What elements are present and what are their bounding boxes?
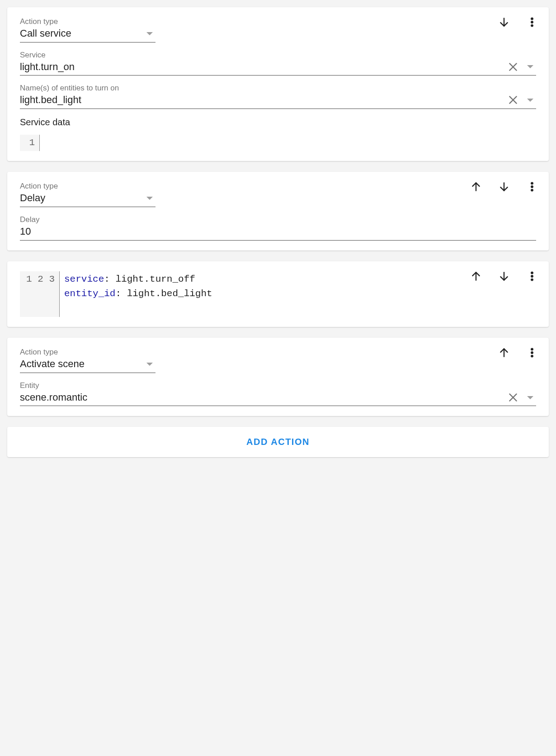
entity-field: Entity scene.romantic xyxy=(20,381,536,406)
close-icon xyxy=(507,94,519,106)
service-data-editor[interactable]: 1 xyxy=(20,135,536,151)
more-options-button[interactable] xyxy=(525,269,539,283)
action-type-field: Action type Delay xyxy=(20,182,536,207)
svg-point-21 xyxy=(531,355,533,357)
more-options-button[interactable] xyxy=(525,180,539,194)
svg-point-16 xyxy=(531,275,533,277)
service-data-label: Service data xyxy=(20,117,536,128)
dots-vertical-icon xyxy=(526,347,538,359)
chevron-down-icon xyxy=(524,61,536,73)
service-field: Service light.turn_on xyxy=(20,51,536,76)
service-value: light.turn_on xyxy=(20,61,507,74)
move-up-button[interactable] xyxy=(469,269,483,283)
dots-vertical-icon xyxy=(526,16,538,28)
delay-field: Delay 10 xyxy=(20,215,536,241)
entities-value: light.bed_light xyxy=(20,94,507,107)
code-body xyxy=(40,135,49,151)
action-type-field: Action type Activate scene xyxy=(20,348,536,373)
action-type-value: Delay xyxy=(20,192,138,205)
move-up-button[interactable] xyxy=(469,180,483,194)
chevron-down-icon xyxy=(144,28,155,39)
move-up-button[interactable] xyxy=(497,346,511,359)
arrow-up-icon xyxy=(498,347,510,359)
entities-label: Name(s) of entities to turn on xyxy=(20,84,536,93)
action-type-select[interactable]: Call service xyxy=(20,27,155,43)
arrow-up-icon xyxy=(470,181,482,193)
action-card-call-service: Action type Call service Service light.t… xyxy=(7,7,549,161)
arrow-down-icon xyxy=(498,181,510,193)
svg-point-1 xyxy=(531,18,533,20)
more-options-button[interactable] xyxy=(525,346,539,359)
clear-button[interactable] xyxy=(507,392,519,403)
service-label: Service xyxy=(20,51,536,60)
arrow-up-icon xyxy=(470,270,482,282)
close-icon xyxy=(507,392,519,403)
chevron-down-icon xyxy=(144,358,155,370)
code-gutter: 1 2 3 xyxy=(20,271,60,317)
service-input[interactable]: light.turn_on xyxy=(20,61,536,76)
svg-point-2 xyxy=(531,21,533,24)
svg-point-3 xyxy=(531,24,533,27)
entities-field: Name(s) of entities to turn on light.bed… xyxy=(20,84,536,109)
code-gutter: 1 xyxy=(20,135,40,151)
add-action-button[interactable]: ADD ACTION xyxy=(7,427,549,457)
action-type-value: Call service xyxy=(20,27,138,40)
action-card-activate-scene: Action type Activate scene Entity scene.… xyxy=(7,338,549,416)
yaml-editor[interactable]: 1 2 3 service: light.turn_off entity_id:… xyxy=(20,271,273,317)
move-down-button[interactable] xyxy=(497,269,511,283)
dots-vertical-icon xyxy=(526,270,538,282)
svg-point-15 xyxy=(531,272,533,274)
svg-point-11 xyxy=(531,186,533,188)
svg-point-20 xyxy=(531,352,533,354)
move-down-button[interactable] xyxy=(497,180,511,194)
action-type-select[interactable]: Delay xyxy=(20,192,155,207)
arrow-down-icon xyxy=(498,270,510,282)
action-type-label: Action type xyxy=(20,17,536,26)
move-down-button[interactable] xyxy=(497,15,511,29)
svg-point-12 xyxy=(531,189,533,192)
delay-label: Delay xyxy=(20,215,536,224)
action-type-value: Activate scene xyxy=(20,358,138,371)
action-type-label: Action type xyxy=(20,348,536,357)
action-type-select[interactable]: Activate scene xyxy=(20,358,155,373)
action-type-field: Action type Call service xyxy=(20,17,536,43)
entity-input[interactable]: scene.romantic xyxy=(20,391,536,406)
clear-button[interactable] xyxy=(507,61,519,73)
clear-button[interactable] xyxy=(507,94,519,106)
action-type-label: Action type xyxy=(20,182,536,191)
entity-value: scene.romantic xyxy=(20,391,507,404)
chevron-down-icon xyxy=(524,94,536,106)
entities-input[interactable]: light.bed_light xyxy=(20,94,536,109)
arrow-down-icon xyxy=(498,16,510,28)
svg-point-19 xyxy=(531,348,533,350)
chevron-down-icon xyxy=(144,193,155,204)
delay-input[interactable]: 10 xyxy=(20,225,536,241)
action-card-yaml: 1 2 3 service: light.turn_off entity_id:… xyxy=(7,261,549,327)
delay-value: 10 xyxy=(20,225,536,238)
code-body: service: light.turn_off entity_id: light… xyxy=(60,271,217,317)
entity-label: Entity xyxy=(20,381,536,390)
chevron-down-icon xyxy=(524,392,536,403)
dots-vertical-icon xyxy=(526,181,538,193)
more-options-button[interactable] xyxy=(525,15,539,29)
svg-point-10 xyxy=(531,182,533,184)
action-card-delay: Action type Delay Delay 10 xyxy=(7,172,549,250)
svg-point-17 xyxy=(531,279,533,281)
close-icon xyxy=(507,61,519,73)
